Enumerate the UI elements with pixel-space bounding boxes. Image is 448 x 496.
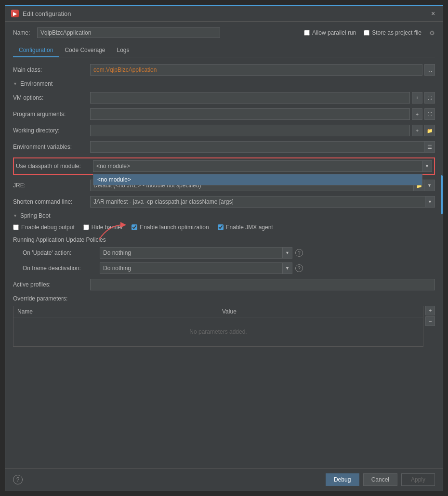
classpath-option-no-module[interactable]: <no module> [93, 174, 422, 185]
spring-boot-title: Spring Boot [20, 212, 51, 219]
frame-deactivation-help-icon[interactable]: ? [295, 264, 303, 272]
hide-banner-checkbox[interactable] [83, 224, 89, 230]
enable-launch-opt-checkbox[interactable] [132, 224, 137, 230]
form-section: Main class: … ▼ Environment VM options: … [13, 64, 435, 462]
title-bar-left: ▶ Edit configuration [11, 10, 71, 17]
env-vars-browse-btn[interactable]: ☰ [424, 141, 435, 153]
program-args-input[interactable] [90, 108, 410, 120]
running-policies-title: Running Application Update Policies [13, 236, 435, 243]
params-remove-btn[interactable]: − [425, 316, 435, 326]
tab-code-coverage[interactable]: Code Coverage [59, 44, 111, 57]
name-row: Name: Allow parallel run Store as projec… [13, 27, 435, 38]
working-dir-input[interactable] [90, 125, 410, 136]
active-profiles-input[interactable] [90, 279, 435, 290]
vm-options-label: VM options: [13, 94, 90, 101]
working-dir-add-btn[interactable]: + [412, 125, 422, 136]
apply-button[interactable]: Apply [401, 473, 435, 486]
update-action-dropdown-arrow[interactable]: ▼ [283, 247, 292, 259]
name-input[interactable] [37, 27, 220, 38]
store-as-project-checkbox[interactable] [364, 30, 369, 36]
params-empty-message: No parameters added. [189, 328, 247, 335]
cancel-button[interactable]: Cancel [363, 473, 397, 486]
hide-banner-text: Hide banner [92, 224, 123, 231]
help-button[interactable]: ? [13, 475, 23, 484]
environment-collapse-icon[interactable]: ▼ [13, 81, 17, 86]
shorten-cmd-value: JAR manifest - java -cp classpath.jar cl… [90, 196, 425, 208]
enable-debug-text: Enable debug output [21, 224, 75, 231]
allow-parallel-label: Allow parallel run [304, 29, 356, 36]
program-args-expand-btn[interactable]: ⛶ [424, 108, 435, 120]
spring-boot-collapse-icon[interactable]: ▼ [13, 213, 17, 218]
active-profiles-row: Active profiles: [13, 279, 435, 290]
tab-logs[interactable]: Logs [111, 44, 135, 57]
classpath-dropdown-list: <no module> [93, 174, 422, 185]
gear-icon[interactable]: ⚙ [429, 29, 435, 37]
env-vars-input[interactable] [90, 141, 424, 153]
program-args-label: Program arguments: [13, 111, 90, 117]
enable-debug-checkbox[interactable] [13, 224, 19, 230]
allow-parallel-checkbox[interactable] [304, 30, 310, 36]
params-body: No parameters added. [13, 317, 423, 346]
main-class-input[interactable] [90, 64, 422, 76]
enable-launch-opt-text: Enable launch optimization [140, 224, 209, 231]
name-label: Name: [13, 29, 32, 36]
scrollbar-indicator [441, 175, 443, 214]
working-dir-row: Working directory: + 📁 [13, 125, 435, 136]
env-vars-label: Environment variables: [13, 144, 90, 150]
store-as-project-label: Store as project file [364, 29, 422, 36]
update-action-value: Do nothing [100, 247, 283, 259]
main-class-browse-btn[interactable]: … [424, 64, 435, 76]
program-args-input-wrap: + ⛶ [90, 108, 435, 120]
footer: ? Debug Cancel Apply [5, 468, 443, 491]
main-class-label: Main class: [13, 66, 90, 73]
vm-options-add-btn[interactable]: + [412, 92, 422, 104]
debug-button[interactable]: Debug [326, 473, 359, 486]
classpath-module-label: Use classpath of module: [16, 163, 93, 170]
vm-options-expand-btn[interactable]: ⛶ [424, 92, 435, 104]
working-dir-input-wrap: + 📁 [90, 125, 435, 136]
enable-debug-label: Enable debug output [13, 224, 75, 231]
jre-label: JRE: [13, 182, 90, 189]
enable-jmx-text: Enable JMX agent [226, 224, 273, 231]
active-profiles-label: Active profiles: [13, 281, 90, 288]
params-col-value: Value [218, 306, 423, 317]
program-args-add-btn[interactable]: + [412, 108, 422, 120]
spring-boot-checkboxes: Enable debug output Hide banner Enable l… [13, 224, 435, 231]
override-params-title: Override parameters: [13, 295, 435, 302]
jre-dropdown-btn[interactable]: ▼ [424, 180, 435, 191]
enable-jmx-label: Enable JMX agent [218, 224, 273, 231]
env-vars-row: Environment variables: ☰ [13, 141, 435, 153]
shorten-cmd-dropdown-arrow[interactable]: ▼ [425, 196, 435, 208]
name-row-right: Allow parallel run Store as project file… [304, 29, 435, 37]
frame-deactivation-row: On frame deactivation: Do nothing ▼ ? [13, 262, 435, 274]
close-button[interactable]: × [429, 10, 437, 17]
edit-configuration-dialog: ▶ Edit configuration × Name: Allow paral… [5, 5, 443, 491]
enable-launch-opt-label: Enable launch optimization [132, 224, 209, 231]
vm-options-input[interactable] [90, 92, 410, 104]
tab-configuration[interactable]: Configuration [13, 44, 59, 57]
classpath-dropdown-wrap: <no module> ▼ <no module> [93, 160, 432, 172]
update-action-row: On 'Update' action: Do nothing ▼ ? [13, 247, 435, 259]
vm-options-input-wrap: + ⛶ [90, 92, 435, 104]
dialog-content: Name: Allow parallel run Store as projec… [5, 22, 443, 468]
env-vars-input-wrap: ☰ [90, 141, 435, 153]
enable-jmx-checkbox[interactable] [218, 224, 224, 230]
frame-deactivation-dropdown-arrow[interactable]: ▼ [283, 262, 292, 274]
dialog-title: Edit configuration [23, 10, 71, 17]
app-icon: ▶ [11, 10, 19, 17]
spring-boot-section: ▼ Spring Boot Enable debug output Hide b… [13, 212, 435, 274]
footer-right: Debug Cancel Apply [326, 473, 435, 486]
classpath-selected-value: <no module> [93, 160, 422, 172]
update-action-help-icon[interactable]: ? [295, 249, 303, 257]
vm-options-row: VM options: + ⛶ [13, 92, 435, 104]
classpath-dropdown[interactable]: <no module> ▼ [93, 160, 432, 172]
params-side-buttons: + − [425, 306, 435, 326]
working-dir-browse-btn[interactable]: 📁 [424, 125, 435, 136]
running-policies: Running Application Update Policies On '… [13, 236, 435, 274]
frame-deactivation-select-wrap: Do nothing ▼ [100, 262, 292, 274]
frame-deactivation-value: Do nothing [100, 262, 283, 274]
params-add-btn[interactable]: + [425, 306, 435, 315]
classpath-dropdown-arrow[interactable]: ▼ [422, 160, 432, 172]
environment-section-title: Environment [20, 80, 53, 87]
working-dir-label: Working directory: [13, 127, 90, 134]
